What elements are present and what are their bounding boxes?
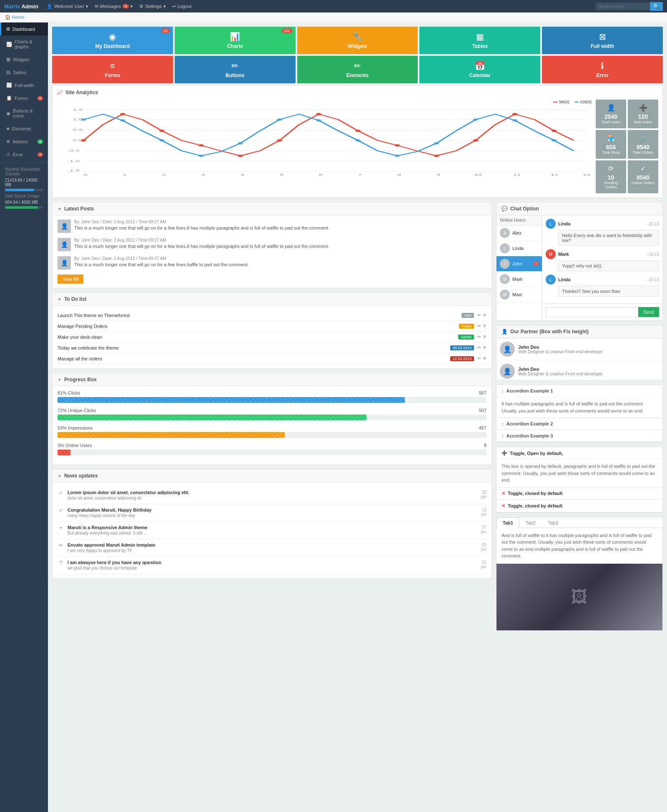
- breadcrumb: 🏠 Home: [0, 12, 667, 22]
- toggle-header-closed-2[interactable]: ✕ Toggle, closed by default: [496, 500, 662, 512]
- news-title-4: Envato approved Maruti Admin template: [68, 542, 471, 547]
- progress-title: Progress Box: [64, 377, 97, 382]
- sidebar-item-buttons[interactable]: ◉ Buttons & icons: [0, 105, 48, 122]
- edit-icon-1[interactable]: ✏: [477, 312, 481, 318]
- todo-actions-5: ✏ ✕: [477, 356, 486, 361]
- legend-sin-label: sin(x): [559, 100, 569, 104]
- delete-icon-2[interactable]: ✕: [483, 323, 486, 329]
- news-sub-3: But already everything was solved. It wi…: [68, 531, 471, 535]
- msg-avatar-3: L: [546, 275, 556, 285]
- chart-svg: 1.5 1.0 0.5 0.0 -0.5 -1.0 -1.5: [57, 106, 592, 177]
- online-user-alex[interactable]: A Alex: [496, 225, 542, 241]
- progress-body: 81% Clicks567 72% Unique Clicks507: [53, 386, 491, 465]
- chat-send-button[interactable]: Send: [638, 307, 659, 317]
- chevron-icon: ▼: [58, 207, 62, 211]
- forms-label: Forms: [105, 72, 120, 78]
- sidebar-item-error[interactable]: ⚠ Error 2: [0, 148, 48, 161]
- stat-orders-icon: 🛒: [631, 134, 655, 142]
- online-user-john[interactable]: J John 3: [496, 256, 542, 272]
- analytics-section: 📈 Site Analytics sin(x) cos(x): [52, 85, 663, 198]
- nav-settings[interactable]: ⚙ Settings ▾: [139, 4, 166, 9]
- msg-time-3: -16:15: [647, 277, 659, 282]
- todo-item-5: Manage all the orders 12.03.2013 ✏ ✕: [58, 353, 486, 364]
- chat-right: L Linda -16:15 Hello Every one dis u wan…: [542, 215, 662, 320]
- diskspace-fill: [5, 206, 38, 209]
- delete-icon-4[interactable]: ✕: [483, 345, 486, 350]
- tab-2[interactable]: Tab2: [519, 517, 542, 528]
- stat-newusers-val: 120: [631, 113, 655, 120]
- tile-widgets[interactable]: 🔧 Widgets: [297, 27, 418, 54]
- accordion-header-3[interactable]: ↕ Accordion Example 3: [496, 430, 662, 442]
- delete-icon-1[interactable]: ✕: [483, 312, 486, 318]
- search-input[interactable]: [596, 2, 650, 10]
- toggle-header-closed-1[interactable]: ✕ Toggle, closed by default: [496, 487, 662, 500]
- tile-fullwidth[interactable]: ⊠ Full width: [542, 27, 663, 54]
- edit-icon-2[interactable]: ✏: [477, 323, 481, 329]
- nav-welcome[interactable]: 👤 Welcome User ▾: [47, 4, 88, 9]
- sidebar-item-dashboard[interactable]: ⊞ Dashboard: [0, 22, 48, 35]
- stat-newusers-lbl: New Users: [631, 120, 655, 124]
- svg-point-47: [316, 119, 321, 122]
- todo-item-1: Launch This theme on Themeforest Alex ✏ …: [58, 310, 486, 321]
- svg-text:1: 1: [123, 173, 127, 177]
- stat-total-orders: 🛒 9540 Total Orders: [628, 130, 658, 159]
- partner-item-2: 👤 John Deo Web Desginer & creative Front…: [496, 360, 662, 380]
- widgets-icon: 🔧: [352, 32, 363, 42]
- tile-calendar[interactable]: 📅 Calendar: [419, 56, 540, 83]
- legend-cos: cos(x): [574, 100, 592, 104]
- accordion-header-1[interactable]: ↕ Accordion Example 1: [496, 385, 662, 397]
- svg-point-40: [552, 130, 557, 132]
- tile-elements[interactable]: ✏ Elements: [297, 56, 418, 83]
- sidebar-item-elements[interactable]: ◈ Elements: [0, 122, 48, 135]
- svg-point-33: [277, 139, 282, 142]
- breadcrumb-home[interactable]: Home: [12, 15, 24, 20]
- edit-icon-5[interactable]: ✏: [477, 356, 481, 361]
- edit-icon-4[interactable]: ✏: [477, 345, 481, 350]
- accordion-body-1: It has multiple paragraphs and is full o…: [496, 397, 662, 417]
- online-user-mark[interactable]: M Mark: [496, 272, 542, 287]
- svg-text:5: 5: [280, 173, 284, 177]
- post-item-1: 👤 By: John Deo / Date: 2 Aug 2012 / Time…: [58, 220, 486, 233]
- svg-point-34: [316, 113, 321, 115]
- partner-panel: 👤 Our Partner (Box with Fix height) 👤 Jo…: [496, 325, 663, 380]
- diskspace-label: Disk Space Usage: [5, 194, 43, 198]
- online-user-linda[interactable]: L Linda: [496, 241, 542, 256]
- news-content-3: Maruti is a Responsive Admin theme But a…: [68, 525, 471, 535]
- tile-dashboard[interactable]: 20 ◉ My Dashboard: [52, 27, 173, 54]
- tab-3[interactable]: Tab3: [542, 517, 564, 528]
- partner-item-1: 👤 John Deo Web Desginer & creative Front…: [496, 338, 662, 360]
- msg-bubble-3: Thanks!!! See you soon than: [558, 286, 659, 297]
- sidebar-item-addons[interactable]: ⊕ Addons 1: [0, 135, 48, 148]
- chat-input[interactable]: [546, 307, 638, 317]
- partner-avatar-1: 👤: [500, 342, 515, 357]
- tabs-panel: Tab1 Tab2 Tab3 And is full of waffle to …: [496, 517, 663, 631]
- sidebar-item-charts[interactable]: 📈 Charts & graphs: [0, 35, 48, 53]
- tile-error[interactable]: ℹ Error: [542, 56, 663, 83]
- tile-tables[interactable]: ▦ Tables: [419, 27, 540, 54]
- sidebar-item-tables[interactable]: ▤ Tables: [0, 66, 48, 79]
- post-text-3: This is a much longer one that will go o…: [74, 262, 249, 268]
- delete-icon-3[interactable]: ✕: [483, 334, 486, 340]
- tile-forms[interactable]: ≡ Forms: [52, 56, 173, 83]
- tab-1[interactable]: Tab1: [496, 517, 519, 528]
- tile-charts[interactable]: 101 📊 Charts: [175, 27, 296, 54]
- view-all-button[interactable]: View All: [58, 275, 83, 284]
- sidebar-item-widgets[interactable]: ▦ Widgets: [0, 53, 48, 66]
- post-meta-2: By: John Deo / Date: 2 Aug 2012 / Time:0…: [74, 238, 329, 242]
- sidebar-item-fullwidth[interactable]: ⬜ Full width: [0, 79, 48, 92]
- sidebar-item-forms[interactable]: 📋 Forms 5: [0, 92, 48, 105]
- nav-messages[interactable]: ✉ Messages 5 ▾: [95, 4, 133, 9]
- tables-label: Tables: [472, 43, 488, 49]
- news-icon-4: ✏: [58, 542, 64, 548]
- delete-icon-5[interactable]: ✕: [483, 356, 486, 361]
- post-meta-3: By: John Deo / Date: 2 Aug 2012 / Time:0…: [74, 256, 249, 261]
- search-button[interactable]: 🔍: [650, 2, 663, 11]
- nav-logout[interactable]: ↩ Logout: [172, 4, 192, 9]
- online-user-maxi[interactable]: M Maxi: [496, 287, 542, 302]
- tile-buttons[interactable]: ✏ Buttons: [175, 56, 296, 83]
- edit-icon-3[interactable]: ✏: [477, 334, 481, 340]
- svg-text:1.5: 1.5: [73, 108, 83, 112]
- msg-avatar-1: L: [546, 219, 556, 229]
- accordion-header-2[interactable]: ↕ Accordion Example 2: [496, 418, 662, 430]
- toggle-header-open[interactable]: ➕ Toggle, Open by default,: [496, 447, 662, 459]
